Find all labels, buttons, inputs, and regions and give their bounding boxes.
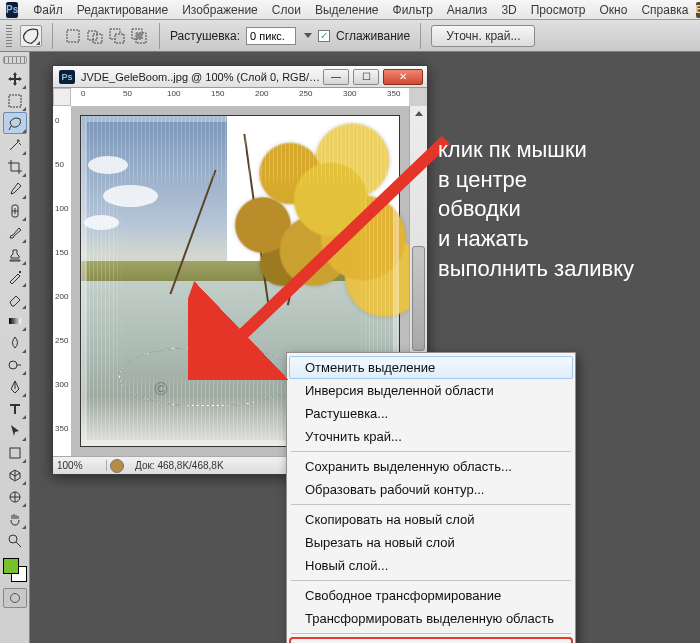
menu-layers[interactable]: Слои — [265, 1, 308, 19]
ctx-inverse[interactable]: Инверсия выделенной области — [289, 379, 573, 402]
anno-line: обводки — [438, 194, 634, 224]
crop-tool-icon[interactable] — [3, 156, 27, 178]
tool-panel — [0, 52, 30, 643]
stamp-tool-icon[interactable] — [3, 244, 27, 266]
ruler-vertical[interactable]: 0 50 100 150 200 250 300 350 — [53, 106, 71, 456]
ruler-mark: 150 — [55, 248, 68, 257]
refine-edge-button[interactable]: Уточн. край... — [431, 25, 535, 47]
bridge-icon[interactable]: Br — [696, 2, 701, 18]
brush-tool-icon[interactable] — [3, 222, 27, 244]
pen-tool-icon[interactable] — [3, 376, 27, 398]
shape-tool-icon[interactable] — [3, 442, 27, 464]
ruler-mark: 350 — [387, 89, 400, 98]
zoom-level[interactable]: 100% — [53, 460, 107, 471]
zoom-tool-icon[interactable] — [3, 530, 27, 552]
selection-subtract-icon[interactable] — [107, 26, 127, 46]
ps-logo-icon: Ps — [6, 2, 18, 18]
context-menu: Отменить выделение Инверсия выделенной о… — [286, 352, 576, 643]
svg-rect-12 — [10, 448, 20, 458]
menu-help[interactable]: Справка — [634, 1, 695, 19]
antialias-checkbox[interactable] — [318, 30, 330, 42]
scroll-up-icon[interactable] — [410, 106, 427, 122]
close-button[interactable]: ✕ — [383, 69, 423, 85]
ruler-mark: 300 — [343, 89, 356, 98]
feather-input[interactable] — [246, 27, 296, 45]
ctx-free-transform[interactable]: Свободное трансформирование — [289, 584, 573, 607]
status-indicator-icon — [110, 459, 124, 473]
ruler-mark: 250 — [299, 89, 312, 98]
path-select-tool-icon[interactable] — [3, 420, 27, 442]
move-tool-icon[interactable] — [3, 68, 27, 90]
menu-view[interactable]: Просмотр — [524, 1, 593, 19]
blur-tool-icon[interactable] — [3, 332, 27, 354]
grip-handle-icon[interactable] — [6, 25, 12, 47]
scrollbar-thumb[interactable] — [412, 246, 425, 351]
selection-new-icon[interactable] — [63, 26, 83, 46]
options-bar: Растушевка: Сглаживание Уточн. край... — [0, 20, 700, 52]
svg-rect-10 — [9, 318, 21, 324]
menu-3d[interactable]: 3D — [494, 1, 523, 19]
ruler-mark: 200 — [55, 292, 68, 301]
ctx-copy-layer[interactable]: Скопировать на новый слой — [289, 508, 573, 531]
lasso-tool-icon[interactable] — [3, 112, 27, 134]
ruler-mark: 100 — [167, 89, 180, 98]
3d-camera-tool-icon[interactable] — [3, 486, 27, 508]
ctx-refine-edge[interactable]: Уточнить край... — [289, 425, 573, 448]
dodge-tool-icon[interactable] — [3, 354, 27, 376]
menu-window[interactable]: Окно — [593, 1, 635, 19]
ctx-make-workpath[interactable]: Образовать рабочий контур... — [289, 478, 573, 501]
ctx-cut-layer[interactable]: Вырезать на новый слой — [289, 531, 573, 554]
quickmask-icon[interactable] — [3, 588, 27, 608]
menu-filter[interactable]: Фильтр — [386, 1, 440, 19]
marquee-selection[interactable] — [119, 347, 294, 406]
svg-rect-8 — [9, 95, 21, 107]
wand-tool-icon[interactable] — [3, 134, 27, 156]
heal-tool-icon[interactable] — [3, 200, 27, 222]
anno-line: в центре — [438, 165, 634, 195]
anno-line: и нажать — [438, 224, 634, 254]
ctx-deselect[interactable]: Отменить выделение — [289, 356, 573, 379]
feather-label: Растушевка: — [170, 29, 240, 43]
svg-rect-4 — [115, 34, 124, 43]
history-brush-tool-icon[interactable] — [3, 266, 27, 288]
dropdown-arrow-icon[interactable] — [304, 33, 312, 38]
anno-line: выполнить заливку — [438, 254, 634, 284]
window-titlebar[interactable]: Ps JVDE_GeleBoom..jpg @ 100% (Слой 0, RG… — [53, 66, 427, 88]
active-tool-icon[interactable] — [20, 25, 42, 47]
type-tool-icon[interactable] — [3, 398, 27, 420]
minimize-button[interactable]: — — [323, 69, 349, 85]
selection-add-icon[interactable] — [85, 26, 105, 46]
ruler-mark: 50 — [55, 160, 64, 169]
color-swatches[interactable] — [3, 558, 27, 582]
ctx-fill[interactable]: Выполнить заливку... — [289, 637, 573, 643]
menu-image[interactable]: Изображение — [175, 1, 265, 19]
menu-analysis[interactable]: Анализ — [440, 1, 495, 19]
ctx-save-selection[interactable]: Сохранить выделенную область... — [289, 455, 573, 478]
separator — [52, 23, 53, 49]
menu-file[interactable]: Файл — [26, 1, 70, 19]
hand-tool-icon[interactable] — [3, 508, 27, 530]
selection-intersect-icon[interactable] — [129, 26, 149, 46]
ctx-new-layer[interactable]: Новый слой... — [289, 554, 573, 577]
eraser-tool-icon[interactable] — [3, 288, 27, 310]
ruler-horizontal[interactable]: 0 50 100 150 200 250 300 350 — [71, 88, 409, 106]
svg-point-14 — [9, 535, 17, 543]
eyedropper-tool-icon[interactable] — [3, 178, 27, 200]
menu-edit[interactable]: Редактирование — [70, 1, 175, 19]
ctx-separator — [291, 633, 571, 634]
anno-line: клик пк мышки — [438, 135, 634, 165]
marquee-tool-icon[interactable] — [3, 90, 27, 112]
ruler-mark: 100 — [55, 204, 68, 213]
panel-grip-icon[interactable] — [3, 56, 27, 64]
window-title: JVDE_GeleBoom..jpg @ 100% (Слой 0, RGB/8… — [81, 71, 323, 83]
ctx-transform-selection[interactable]: Трансформировать выделенную область — [289, 607, 573, 630]
document-size: Док: 468,8K/468,8K — [127, 460, 224, 471]
gradient-tool-icon[interactable] — [3, 310, 27, 332]
maximize-button[interactable]: ☐ — [353, 69, 379, 85]
ctx-feather[interactable]: Растушевка... — [289, 402, 573, 425]
ps-small-icon: Ps — [59, 70, 75, 84]
3d-tool-icon[interactable] — [3, 464, 27, 486]
ruler-mark: 0 — [55, 116, 59, 125]
menu-select[interactable]: Выделение — [308, 1, 386, 19]
ruler-mark: 300 — [55, 380, 68, 389]
